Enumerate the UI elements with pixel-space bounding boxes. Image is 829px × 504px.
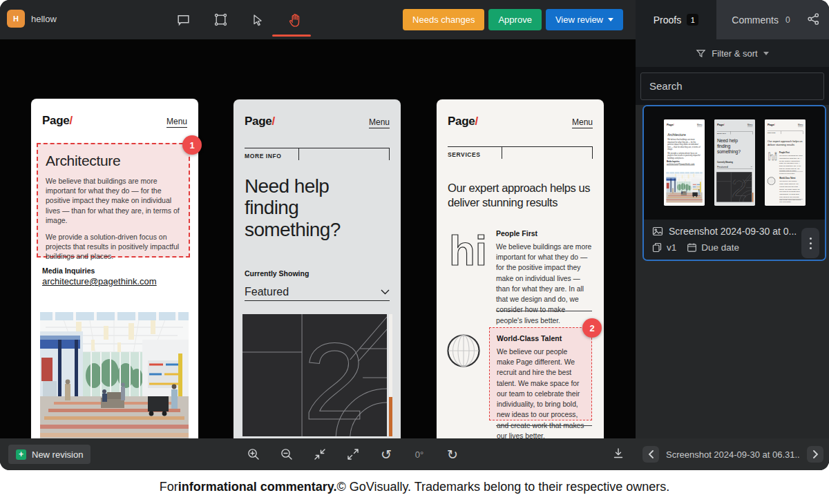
mockup-2-heading: Need help finding something? xyxy=(245,175,372,240)
comment-tool-icon[interactable] xyxy=(175,12,191,28)
rotate-ccw-icon[interactable]: ↺ xyxy=(379,447,394,462)
proof-pager: Screenshot 2024-09-30 at 06.31.... xyxy=(636,438,829,470)
calendar-icon xyxy=(687,242,697,253)
view-review-button[interactable]: View review xyxy=(546,9,623,30)
mockup-2-heading: Need help finding something? xyxy=(716,138,747,154)
annotation-region-2: World-Class Talent We believe our people… xyxy=(777,175,803,198)
chevron-down-icon xyxy=(608,18,613,21)
section-label: SERVICES xyxy=(767,132,775,133)
numeral-artwork: 2 xyxy=(716,172,753,202)
proof-card-selected[interactable]: Page/ Menu Architecture We believe that … xyxy=(642,105,826,261)
zoom-out-icon[interactable] xyxy=(279,447,294,462)
mockup-2: Page/ Menu MORE INFO Need help finding s… xyxy=(234,99,401,438)
media-inquiries-label: Media Inquiries xyxy=(42,266,95,275)
tab-proofs[interactable]: Proofs 1 xyxy=(636,0,716,39)
page-logo: Page/ xyxy=(666,123,674,126)
proof-thumbnails: Page/ Menu Architecture We believe that … xyxy=(644,106,825,220)
annotation-region-1: Architecture We believe that buildings a… xyxy=(37,143,190,258)
pager-filename: Screenshot 2024-09-30 at 06.31.... xyxy=(666,449,800,460)
version-label: v1 xyxy=(667,242,676,253)
globe-icon xyxy=(446,333,481,368)
hi-graphic: hi xyxy=(768,151,778,161)
proof-canvas[interactable]: Page/ Menu Architecture We believe that … xyxy=(0,39,636,438)
expand-icon[interactable] xyxy=(345,447,361,462)
fit-to-screen-icon[interactable] xyxy=(312,447,327,462)
due-date-button[interactable]: Due date xyxy=(687,242,739,253)
section-tabline: MORE INFO xyxy=(245,148,390,162)
next-proof-button[interactable] xyxy=(807,446,823,463)
hand-tool-icon[interactable] xyxy=(287,12,303,28)
section-tabline: SERVICES xyxy=(448,146,593,160)
needs-changes-button[interactable]: Needs changes xyxy=(403,9,484,30)
cursor-tool-icon[interactable] xyxy=(249,12,266,28)
avatar: H xyxy=(7,10,25,28)
download-icon[interactable] xyxy=(611,447,625,461)
image-icon xyxy=(652,226,663,237)
featured-dropdown: Featured xyxy=(245,283,390,301)
featured-dropdown: Featured xyxy=(716,164,752,168)
menu-link: Menu xyxy=(747,124,752,126)
share-icon[interactable] xyxy=(806,12,821,26)
mockup-1: Page/ Menu Architecture We believe that … xyxy=(31,99,198,438)
mockup-3-heading: Our expert approach helps us deliver stu… xyxy=(767,139,803,146)
section-label: MORE INFO xyxy=(716,133,725,134)
proof-card-info: Screenshot 2024-09-30 at 0... v1 Due dat… xyxy=(644,220,825,260)
rotate-cw-icon[interactable]: ↻ xyxy=(445,447,460,462)
active-tool-underline xyxy=(272,35,311,37)
mockup-3-header: Page/ Menu xyxy=(767,123,802,126)
annotation-pin-2[interactable]: 2 xyxy=(582,318,602,338)
thumbnail-1: Page/ Menu Architecture We believe that … xyxy=(664,119,705,206)
svg-text:hi: hi xyxy=(449,229,487,268)
approve-button[interactable]: Approve xyxy=(488,9,541,30)
footer-disclaimer: For informational commentary. © GoVisual… xyxy=(0,470,829,504)
page-logo: Page/ xyxy=(42,114,73,128)
annotation-region-1: Architecture We believe that buildings a… xyxy=(665,130,702,159)
chevron-down-icon xyxy=(750,166,752,167)
thumbnail-3: Page/ Menu SERVICES Our expert approach … xyxy=(765,119,806,206)
new-revision-button[interactable]: + New revision xyxy=(8,445,90,464)
interior-photo xyxy=(666,172,703,203)
carousel-next-sliver xyxy=(752,172,753,202)
carousel-next-sliver xyxy=(389,314,392,436)
plus-icon: + xyxy=(16,449,26,460)
mockup-1-header: Page/ Menu xyxy=(666,123,701,126)
mockup-2-header: Page/ Menu xyxy=(716,123,752,126)
annotation-pin-1[interactable]: 1 xyxy=(182,135,202,155)
globe-icon xyxy=(767,177,775,185)
section-label: MORE INFO xyxy=(245,153,282,159)
thumbnail-2: Page/ Menu MORE INFO Need help finding s… xyxy=(714,119,755,206)
view-controls: ↺ 0° ↻ xyxy=(246,438,460,470)
mockup-1-paragraph-2: We provide a solution-driven focus on pr… xyxy=(667,152,701,159)
proof-list: Page/ Menu Architecture We believe that … xyxy=(636,105,829,438)
page-logo: Page/ xyxy=(716,123,724,126)
version-icon xyxy=(652,242,662,253)
tab-comments[interactable]: Comments 0 xyxy=(716,0,829,39)
chevron-down-icon xyxy=(381,289,390,295)
search-input[interactable] xyxy=(640,72,824,100)
menu-link: Menu xyxy=(369,117,390,128)
mockup-1-paragraph-2: We provide a solution-driven focus on pr… xyxy=(46,232,181,262)
rotation-angle: 0° xyxy=(412,447,427,462)
mockup-2-header: Page/ Menu xyxy=(245,115,390,128)
currently-showing-label: Currently Showing xyxy=(245,269,309,278)
top-toolbar: H hellow Needs changes Ap xyxy=(0,0,636,39)
numeral-artwork: 2 xyxy=(242,314,392,436)
filter-sort-button[interactable]: Filter & sort xyxy=(636,39,829,67)
bottom-toolbar: + New revision ↺ 0° ↻ xyxy=(0,438,636,470)
search-row xyxy=(636,67,829,105)
menu-link: Menu xyxy=(697,124,702,126)
kebab-menu-button[interactable] xyxy=(801,228,819,258)
comments-count: 0 xyxy=(785,15,790,25)
mockup-2-slot: Page/ Menu MORE INFO Need help finding s… xyxy=(234,99,401,438)
chevron-down-icon xyxy=(763,52,769,55)
email-link: architecture@pagethink.com xyxy=(666,163,694,166)
page-logo: Page/ xyxy=(245,115,275,128)
section-tabline: MORE INFO xyxy=(716,131,752,135)
svg-text:2: 2 xyxy=(731,174,746,202)
previous-proof-button[interactable] xyxy=(642,446,659,463)
section-label: SERVICES xyxy=(448,151,481,158)
marquee-tool-icon[interactable] xyxy=(212,12,229,28)
zoom-in-icon[interactable] xyxy=(246,447,261,462)
left-column: H hellow Needs changes Ap xyxy=(0,0,636,470)
panel-tabs: Proofs 1 Comments 0 xyxy=(636,0,829,39)
